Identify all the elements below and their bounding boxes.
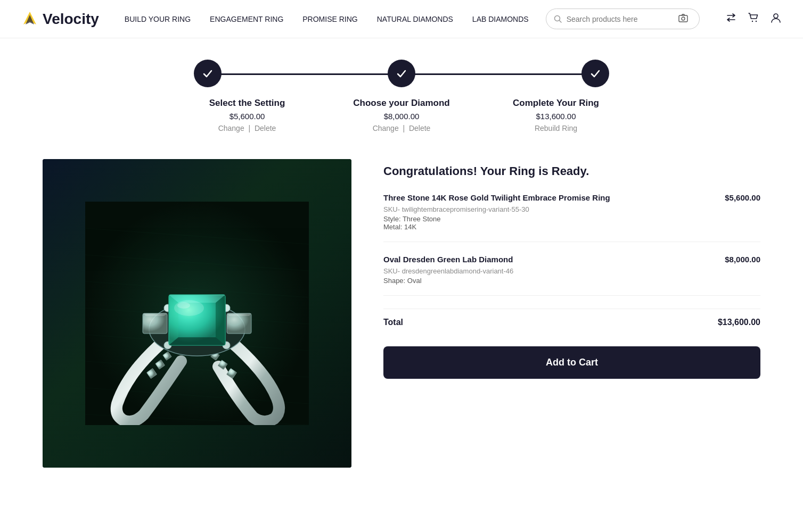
checkmark-icon-2 [396, 68, 407, 79]
svg-point-5 [682, 17, 685, 20]
logo[interactable]: Velocity [21, 11, 99, 28]
svg-marker-40 [227, 313, 251, 316]
step-3-title: Complete Your Ring [503, 98, 609, 109]
step-2-change[interactable]: Change [373, 124, 399, 132]
nav-promise-ring[interactable]: PROMISE RING [302, 15, 357, 23]
stepper-label-1: Select the Setting $5,600.00 Change | De… [194, 98, 300, 132]
step-2-delete[interactable]: Delete [409, 124, 430, 132]
product-item-1-sku: SKU- twilightembracepromisering-variant-… [383, 205, 760, 213]
product-item-1-row: Three Stone 14K Rose Gold Twilight Embra… [383, 193, 760, 202]
ring-illustration [85, 202, 309, 425]
search-input[interactable] [567, 15, 673, 23]
product-item-2-sku: SKU- dresdengreenlabdiamond-variant-46 [383, 267, 760, 275]
congrats-title: Congratulations! Your Ring is Ready. [383, 164, 760, 178]
product-item-2-name: Oval Dresden Green Lab Diamond [383, 255, 513, 264]
account-icon [770, 12, 782, 23]
swap-icon-button[interactable] [725, 12, 737, 26]
cart-icon [748, 12, 759, 23]
camera-icon [678, 13, 688, 23]
stepper-label-3: Complete Your Ring $13,600.00 Rebuild Ri… [503, 98, 609, 132]
product-item-2-price: $8,000.00 [725, 255, 760, 264]
svg-marker-38 [143, 313, 167, 316]
product-item-2: Oval Dresden Green Lab Diamond $8,000.00… [383, 255, 760, 296]
product-item-1-price: $5,600.00 [725, 193, 760, 202]
step-3-price: $13,600.00 [503, 112, 609, 121]
step-1-actions: Change | Delete [194, 124, 300, 132]
search-icon [554, 15, 562, 23]
stepper-circles [194, 60, 609, 87]
brand-name: Velocity [43, 11, 99, 28]
search-bar [546, 9, 700, 29]
step-2-actions: Change | Delete [348, 124, 455, 132]
ring-image-container [43, 159, 351, 468]
header: Velocity BUILD YOUR RING ENGAGEMENT RING… [0, 0, 803, 38]
logo-icon [21, 11, 38, 28]
total-label: Total [383, 318, 403, 327]
product-item-1: Three Stone 14K Rose Gold Twilight Embra… [383, 193, 760, 242]
total-row: Total $13,600.00 [383, 309, 760, 336]
main-nav: BUILD YOUR RING ENGAGEMENT RING PROMISE … [125, 15, 529, 23]
stepper-labels: Select the Setting $5,600.00 Change | De… [194, 98, 609, 132]
product-item-1-metal: Metal: 14K [383, 223, 760, 231]
svg-point-35 [174, 300, 204, 316]
product-details: Congratulations! Your Ring is Ready. Thr… [383, 159, 760, 468]
stepper-track [194, 60, 609, 87]
svg-line-3 [559, 20, 561, 22]
ring-image [43, 159, 351, 468]
stepper-label-2: Choose your Diamond $8,000.00 Change | D… [348, 98, 455, 132]
step-1-title: Select the Setting [194, 98, 300, 109]
account-icon-button[interactable] [770, 12, 782, 26]
svg-rect-39 [227, 313, 251, 334]
nav-natural-diamonds[interactable]: NATURAL DIAMONDS [377, 15, 453, 23]
svg-point-7 [756, 21, 757, 22]
header-icons [725, 12, 782, 26]
svg-point-8 [774, 14, 778, 18]
step-2-title: Choose your Diamond [348, 98, 455, 109]
product-item-2-row: Oval Dresden Green Lab Diamond $8,000.00 [383, 255, 760, 264]
main-content: Congratulations! Your Ring is Ready. Thr… [0, 143, 803, 489]
cart-icon-button[interactable] [748, 12, 759, 26]
product-item-2-shape: Shape: Oval [383, 277, 760, 285]
nav-build-your-ring[interactable]: BUILD YOUR RING [125, 15, 191, 23]
svg-marker-31 [216, 295, 225, 345]
stepper-step-2[interactable] [388, 60, 415, 87]
total-amount: $13,600.00 [718, 318, 760, 327]
step-3-actions: Rebuild Ring [503, 124, 609, 132]
step-3-rebuild[interactable]: Rebuild Ring [535, 124, 577, 132]
add-to-cart-button[interactable]: Add to Cart [383, 346, 760, 379]
checkmark-icon-1 [202, 68, 214, 79]
step-1-price: $5,600.00 [194, 112, 300, 121]
step-1-delete[interactable]: Delete [255, 124, 276, 132]
stepper-step-1[interactable] [194, 60, 222, 87]
svg-marker-33 [169, 337, 225, 345]
stepper-step-3[interactable] [581, 60, 609, 87]
product-item-1-style: Style: Three Stone [383, 215, 760, 223]
camera-search-button[interactable] [677, 12, 689, 26]
nav-lab-diamonds[interactable]: LAB DIAMONDS [472, 15, 529, 23]
swap-icon [725, 12, 737, 23]
svg-point-6 [752, 21, 753, 22]
nav-engagement-ring[interactable]: ENGAGEMENT RING [210, 15, 283, 23]
step-1-change[interactable]: Change [218, 124, 244, 132]
svg-rect-4 [679, 15, 687, 22]
svg-point-36 [177, 302, 190, 309]
product-item-1-name: Three Stone 14K Rose Gold Twilight Embra… [383, 193, 610, 202]
step-2-price: $8,000.00 [348, 112, 455, 121]
checkmark-icon-3 [589, 68, 601, 79]
svg-marker-30 [169, 295, 178, 345]
svg-rect-37 [143, 313, 167, 334]
stepper-section: Select the Setting $5,600.00 Change | De… [0, 38, 803, 143]
